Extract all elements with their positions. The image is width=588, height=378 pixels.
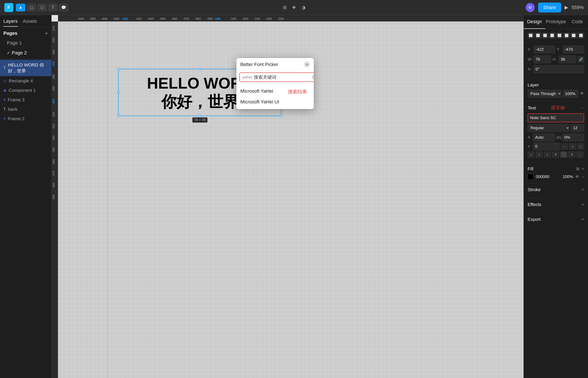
y-input[interactable] (563, 46, 584, 53)
text-tool[interactable]: T (48, 4, 58, 11)
annotation-original-font: 原字体 (551, 105, 565, 111)
tracking-input[interactable] (562, 134, 584, 141)
text-more-button[interactable]: ⋯ (580, 105, 584, 110)
fp-close-button[interactable]: ✕ (304, 62, 310, 68)
align-text-right[interactable]: ≡ (544, 152, 551, 158)
select-tool[interactable]: ▲ (16, 4, 25, 11)
guide-line-v (107, 22, 108, 378)
opacity-input[interactable] (563, 90, 578, 98)
layer-component1-label: Component 1 (9, 88, 36, 93)
fill-section-title: Fill (528, 166, 533, 171)
align-top[interactable]: ⬜ (549, 32, 555, 39)
wh-row: W H 🔗 (528, 55, 584, 63)
back-layer-icon: T (3, 107, 6, 112)
w-label: W (528, 57, 532, 62)
layer-frame2[interactable]: # Frame 2 (0, 114, 51, 123)
figma-logo[interactable]: F (4, 3, 13, 12)
angle-input[interactable] (534, 65, 584, 73)
play-button[interactable]: ▶ (565, 5, 568, 10)
indent-input[interactable] (533, 143, 560, 150)
add-fill-button[interactable]: + (581, 166, 584, 172)
effects-section-title: Effects (528, 202, 541, 207)
fp-font-list: Microsoft YaHei Microsoft YaHei UI (236, 84, 314, 109)
align-text-top[interactable]: ⬆ (552, 152, 559, 158)
layer-component1[interactable]: ◈ Component 1 (0, 86, 51, 95)
add-page-button[interactable]: + (45, 30, 48, 36)
remove-fill-button[interactable]: − (582, 174, 584, 179)
toolbar-center: ⊞ ❖ ◑ (283, 5, 305, 10)
fp-font-item-1[interactable]: Microsoft YaHei UI (236, 96, 314, 107)
align-right[interactable]: ⬜ (542, 32, 548, 39)
page-divider (0, 59, 51, 59)
w-input[interactable] (534, 55, 551, 63)
tab-design[interactable]: Design (524, 15, 545, 29)
text-resize-btn[interactable]: ↔ (561, 143, 568, 149)
visibility-toggle[interactable]: 👁 (580, 91, 584, 96)
stroke-section-title: Stroke (528, 187, 541, 192)
comment-tool[interactable]: 💬 (59, 4, 68, 11)
font-size-input[interactable] (571, 124, 584, 132)
pages-title: Pages (3, 30, 17, 36)
canvas-area[interactable]: -460 -450 -440 -430 -422 -410 -400 -390 … (52, 15, 523, 378)
sidebar-tabs: Layers Assets (0, 15, 51, 27)
add-export-button[interactable]: + (581, 216, 584, 222)
lock-ratio[interactable]: 🔗 (578, 56, 584, 62)
text-more-options[interactable]: ⋯ (577, 152, 584, 158)
fill-visibility[interactable]: 👁 (575, 174, 579, 179)
toolbar-left: F ▲ ◻ ⬡ T 💬 (4, 3, 68, 12)
fill-opacity-value[interactable]: 100% (560, 174, 573, 179)
align-text-center[interactable]: ≡ (536, 152, 543, 158)
layer-back[interactable]: T back (0, 105, 51, 114)
frame2-layer-icon: # (3, 117, 6, 121)
align-middle[interactable]: ⬜ (556, 32, 563, 39)
text-resize-auto-btn[interactable]: ◻ (577, 143, 584, 149)
fp-search-input[interactable] (254, 75, 310, 80)
tab-code[interactable]: Code (566, 15, 588, 29)
blend-mode-select[interactable]: Pass Through (528, 90, 561, 98)
text-layer-icon: T (3, 66, 6, 70)
tab-layers[interactable]: Layers (3, 18, 18, 27)
line-height-input[interactable] (533, 134, 555, 141)
layer-frame3[interactable]: # Frame 3 (0, 95, 51, 105)
align-text-left[interactable]: ≡ (528, 152, 535, 158)
distribute-h[interactable]: ⬜ (571, 32, 577, 39)
layer-section: Layer Pass Through 👁 (524, 79, 588, 101)
fill-hex-value[interactable]: 000000 (536, 174, 558, 179)
fp-font-item-0[interactable]: Microsoft YaHei (236, 86, 314, 96)
panel-tabs: Design Prototype Code (524, 15, 588, 29)
font-name-input[interactable] (528, 113, 584, 122)
fill-color-swatch[interactable] (528, 174, 534, 180)
add-stroke-button[interactable]: + (581, 187, 584, 192)
add-effect-button[interactable]: + (581, 202, 584, 207)
share-button[interactable]: Share (538, 3, 561, 13)
page-1-label: Page 1 (7, 40, 22, 46)
page-item-1[interactable]: Page 1 (0, 38, 51, 48)
frame-tool[interactable]: ◻ (27, 4, 36, 11)
tab-prototype[interactable]: Prototype (545, 15, 567, 29)
plugin-icon[interactable]: ❖ (292, 5, 296, 10)
align-text-middle[interactable]: ⬛ (560, 152, 567, 158)
fp-search-box[interactable]: yahei ✕ (239, 72, 314, 82)
theme-icon[interactable]: ◑ (301, 5, 305, 10)
layer-rectangle4[interactable]: ◻ Rectangle 4 (0, 76, 51, 86)
tab-assets[interactable]: Assets (23, 18, 37, 27)
x-label: X (528, 47, 532, 52)
align-text-bottom[interactable]: ⬇ (568, 152, 575, 158)
align-center-h[interactable]: ⬜ (535, 32, 541, 39)
distribute-v[interactable]: ⬜ (578, 32, 584, 39)
align-bottom[interactable]: ⬜ (563, 32, 570, 39)
main-layout: Layers Assets Pages + Page 1 ✓ Page 2 T … (0, 15, 588, 378)
x-input[interactable] (534, 46, 555, 53)
component-icon[interactable]: ⊞ (283, 5, 287, 10)
font-style-select[interactable]: Regular (528, 124, 570, 132)
fill-grid-btn[interactable]: ⊞ (576, 166, 580, 171)
shape-tool[interactable]: ⬡ (37, 4, 47, 11)
h-input[interactable] (559, 55, 576, 63)
user-avatar[interactable]: U (526, 3, 535, 12)
layer-hello-word[interactable]: T HELLO WORD 你好，世界 (0, 60, 51, 76)
zoom-level[interactable]: 559% (572, 5, 584, 10)
align-left[interactable]: ⬜ (528, 32, 534, 39)
page-item-2[interactable]: ✓ Page 2 (0, 48, 51, 58)
fp-search-clear[interactable]: ✕ (312, 75, 314, 80)
text-resize-h-btn[interactable]: ≡ (569, 143, 576, 149)
